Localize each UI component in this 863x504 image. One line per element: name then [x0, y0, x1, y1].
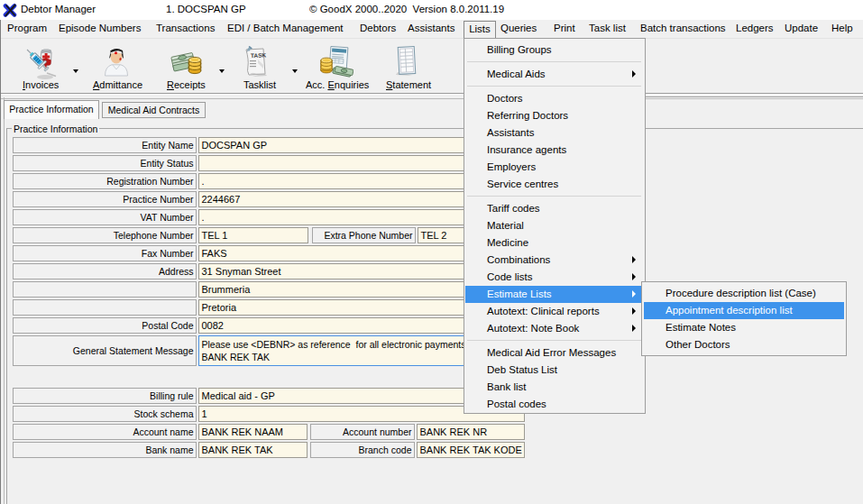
- svg-text:TASK: TASK: [251, 51, 267, 59]
